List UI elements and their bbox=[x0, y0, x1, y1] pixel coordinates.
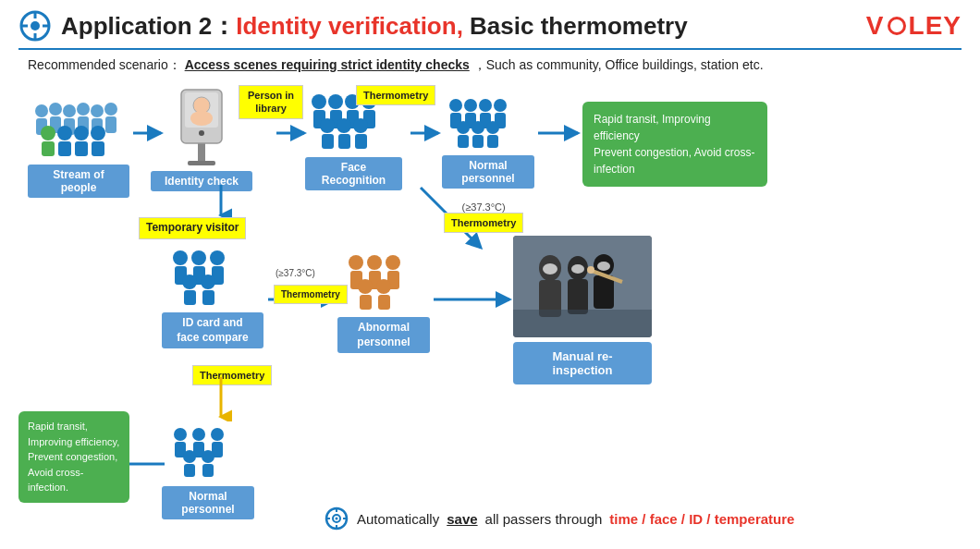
green-box-top: Rapid transit, Improving efficiency Prev… bbox=[582, 102, 767, 187]
svg-point-24 bbox=[91, 126, 105, 140]
svg-point-75 bbox=[201, 274, 215, 289]
green-bottom-l3: Prevent congestion, bbox=[28, 451, 117, 462]
svg-point-111 bbox=[202, 450, 214, 463]
svg-rect-61 bbox=[472, 135, 484, 148]
svg-rect-93 bbox=[568, 279, 588, 314]
svg-rect-21 bbox=[58, 141, 71, 156]
summary-save: save bbox=[447, 511, 477, 527]
svg-point-69 bbox=[191, 250, 206, 265]
thermometry-tag-bottom-text: Thermometry bbox=[192, 365, 272, 385]
summary-middle: all passers through bbox=[485, 511, 603, 527]
summary-prefix: Automatically bbox=[357, 511, 439, 527]
svg-point-16 bbox=[104, 103, 117, 116]
svg-point-97 bbox=[571, 264, 584, 274]
logo-circle bbox=[888, 17, 906, 35]
svg-rect-95 bbox=[594, 275, 614, 309]
svg-point-96 bbox=[543, 263, 557, 274]
abnormal-personnel-icon bbox=[337, 250, 421, 310]
svg-point-107 bbox=[211, 428, 224, 441]
svg-rect-59 bbox=[458, 135, 469, 148]
thermometry-tag-top: Thermometry bbox=[356, 85, 435, 105]
identity-device-icon bbox=[165, 85, 239, 168]
manual-photo-art bbox=[513, 236, 652, 337]
svg-point-105 bbox=[192, 428, 205, 441]
svg-rect-85 bbox=[360, 295, 372, 310]
svg-point-98 bbox=[597, 262, 610, 271]
svg-point-54 bbox=[479, 99, 492, 112]
svg-point-100 bbox=[587, 266, 594, 274]
title-normal: Basic thermometry bbox=[463, 12, 688, 40]
thermo-tag-middle: Thermometry bbox=[274, 285, 348, 304]
svg-rect-63 bbox=[487, 135, 498, 148]
arrow3-icon bbox=[409, 122, 444, 144]
green-bottom-l4: Avoid cross-infection. bbox=[28, 467, 83, 494]
arrow4 bbox=[536, 122, 582, 148]
svg-rect-48 bbox=[355, 134, 367, 149]
logo-text: V bbox=[866, 11, 885, 41]
svg-rect-25 bbox=[92, 141, 104, 156]
svg-rect-46 bbox=[338, 134, 350, 149]
svg-point-71 bbox=[210, 250, 225, 265]
svg-rect-23 bbox=[75, 141, 88, 156]
normal-personnel-bottom-group: Normal personnel bbox=[162, 423, 254, 519]
down-arrow-identity-icon bbox=[210, 183, 232, 220]
svg-point-116 bbox=[336, 518, 338, 520]
app-number: Application 2： bbox=[61, 12, 236, 40]
person-in-library-tag: Person inlibrary bbox=[239, 85, 303, 119]
scenario-prefix: Recommended scenario： bbox=[28, 57, 181, 72]
identity-check-group: Person inlibrary Identity check bbox=[165, 85, 266, 196]
summary-content: Automatically save all passers through t… bbox=[324, 506, 952, 531]
summary-icon bbox=[324, 506, 349, 531]
svg-point-56 bbox=[494, 99, 507, 112]
svg-point-60 bbox=[472, 121, 484, 134]
normal-personnel-bottom-label: Normal personnel bbox=[162, 486, 254, 519]
svg-point-86 bbox=[376, 279, 391, 294]
svg-rect-74 bbox=[184, 290, 196, 305]
svg-point-10 bbox=[63, 104, 76, 117]
face-recognition-group: Thermometry Face Recognition bbox=[305, 85, 402, 190]
thermometry-tag-diag-text: Thermometry bbox=[444, 213, 523, 233]
arrow1-icon bbox=[131, 122, 166, 144]
svg-rect-19 bbox=[42, 141, 55, 156]
identity-check-label: Identity check bbox=[151, 171, 252, 191]
down-arrow-id-to-normal bbox=[210, 375, 232, 425]
svg-point-67 bbox=[173, 250, 188, 265]
manual-photo bbox=[513, 236, 652, 337]
normal-personnel-top-icon bbox=[442, 92, 525, 148]
green-box-bottom-text: Rapid transit, Improving efficiency, Pre… bbox=[18, 411, 129, 503]
id-face-compare-group: ID card andface compare bbox=[162, 245, 263, 348]
svg-rect-44 bbox=[322, 134, 334, 149]
scenario-link: Access scenes requiring strict identity … bbox=[185, 57, 470, 72]
summary-bar: Automatically save all passers through t… bbox=[324, 506, 952, 531]
normal-personnel-top-group: Normal personnel bbox=[442, 92, 534, 189]
svg-point-43 bbox=[320, 118, 335, 133]
svg-point-35 bbox=[312, 94, 326, 109]
id-face-label: ID card andface compare bbox=[162, 312, 263, 348]
svg-rect-101 bbox=[513, 310, 652, 337]
green-box-top-line1: Rapid transit, Improving efficiency bbox=[594, 113, 711, 142]
arrow4-icon bbox=[536, 122, 582, 144]
arrow-id-to-abnormal: (≥37.3°C) Thermometry bbox=[266, 288, 340, 314]
svg-point-37 bbox=[328, 94, 343, 109]
scenario-suffix: ，Such as community, Office buildings, st… bbox=[473, 57, 764, 72]
logo-area: V LEY bbox=[866, 11, 962, 41]
arrow-abnormal-manual bbox=[432, 288, 515, 314]
arrow1 bbox=[131, 122, 166, 148]
face-recognition-label: Face Recognition bbox=[305, 157, 402, 190]
abnormal-personnel-label: Abnormalpersonnel bbox=[337, 317, 430, 353]
temp-threshold-diag: (≥37.3°C) bbox=[444, 201, 523, 213]
svg-point-82 bbox=[386, 255, 400, 270]
normal-personnel-bottom-icon bbox=[162, 423, 245, 479]
temp-visitor-tag: Temporary visitor bbox=[139, 217, 246, 239]
svg-point-78 bbox=[349, 255, 363, 270]
title-highlight: Identity verification, bbox=[236, 12, 463, 40]
header-title: Application 2：Identity verification, Bas… bbox=[61, 10, 688, 43]
green-bottom-l2: Improving efficiency, bbox=[28, 436, 119, 447]
green-box-top-text: Rapid transit, Improving efficiency Prev… bbox=[582, 102, 767, 187]
arrow3 bbox=[409, 122, 444, 148]
thermometry-tag-bottom: Thermometry bbox=[192, 365, 272, 385]
svg-point-14 bbox=[91, 104, 104, 117]
svg-point-58 bbox=[457, 121, 470, 134]
thermometry-tag-diag: (≥37.3°C) Thermometry bbox=[444, 201, 523, 233]
svg-point-52 bbox=[464, 99, 477, 112]
